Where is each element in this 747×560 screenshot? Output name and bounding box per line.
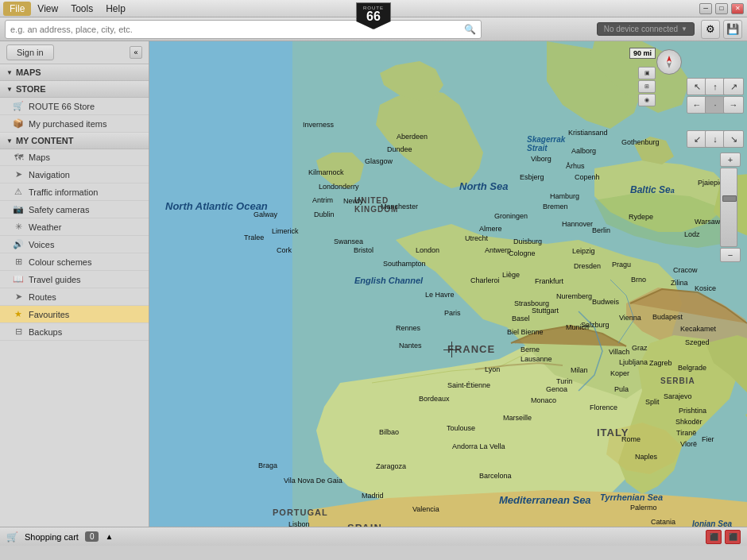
close-button[interactable]: ✕ <box>731 3 744 14</box>
nav-arrow-e[interactable]: → <box>723 96 744 114</box>
compass <box>656 49 682 75</box>
map-svg <box>149 41 747 527</box>
cart-count: 0 <box>85 531 99 542</box>
routes-icon: ➤ <box>13 292 24 302</box>
guide-icon: 📖 <box>13 274 24 284</box>
scale-bar: 90 mi <box>629 48 656 59</box>
maximize-button[interactable]: □ <box>715 3 728 14</box>
backups-icon: ⊟ <box>13 326 24 337</box>
package-icon: 📦 <box>13 118 24 129</box>
sidebar-item-voices[interactable]: 🔊 Voices <box>0 236 149 253</box>
device-status: No device connected ▼ <box>597 22 695 36</box>
navigation-icon: ➤ <box>13 169 24 180</box>
sidebar-item-colour-schemes[interactable]: ⊞ Colour schemes <box>0 253 149 271</box>
map-type-group: ▣ ⊞ ◉ <box>638 65 656 106</box>
sidebar-item-purchased[interactable]: 📦 My purchased items <box>0 115 149 133</box>
menu-file[interactable]: File <box>3 2 31 16</box>
bottom-icon-1[interactable]: ⬛ <box>706 530 722 544</box>
section-store[interactable]: ▼ STORE <box>0 81 149 98</box>
main-layout: Sign in « ▼ MAPS ▼ STORE 🛒 ROUTE 66 Stor… <box>0 41 747 527</box>
sidebar-item-weather[interactable]: ✳ Weather <box>0 218 149 236</box>
section-maps[interactable]: ▼ MAPS <box>0 64 149 81</box>
camera-icon: 📷 <box>13 204 24 214</box>
map-type-btn-1[interactable]: ▣ <box>638 67 656 79</box>
voices-icon: 🔊 <box>13 239 24 249</box>
cart-expand-icon[interactable]: ▲ <box>105 532 113 541</box>
svg-marker-1 <box>667 56 672 62</box>
search-bar[interactable]: 🔍 <box>5 20 482 39</box>
search-icon: 🔍 <box>464 24 476 35</box>
menu-view[interactable]: View <box>31 2 64 16</box>
app-logo: ROUTE 66 <box>350 0 397 32</box>
menu-help[interactable]: Help <box>99 2 132 16</box>
window-controls: ─ □ ✕ <box>698 3 744 14</box>
sidebar-item-navigation[interactable]: ➤ Navigation <box>0 166 149 183</box>
bottom-icon-2[interactable]: ⬛ <box>725 530 741 544</box>
sidebar-collapse-button[interactable]: « <box>130 46 142 59</box>
colour-icon: ⊞ <box>13 257 24 267</box>
sign-in-button[interactable]: Sign in <box>6 44 54 60</box>
menu-tools[interactable]: Tools <box>64 2 99 16</box>
map-container[interactable]: North Atlantic Ocean North Sea Baltic Se… <box>149 41 747 527</box>
zoom-slider[interactable] <box>720 168 737 247</box>
map-type-btn-2[interactable]: ⊞ <box>638 80 656 93</box>
traffic-icon: ⚠ <box>13 187 24 197</box>
sidebar-item-safety-cameras[interactable]: 📷 Safety cameras <box>0 201 149 218</box>
favourites-icon: ★ <box>13 309 24 319</box>
svg-marker-2 <box>667 62 672 68</box>
sidebar-item-favourites[interactable]: ★ Favourites <box>0 306 149 323</box>
menubar: File View Tools Help ROUTE 66 ─ □ ✕ <box>0 0 747 17</box>
nav-arrow-se[interactable]: ↘ <box>723 130 744 148</box>
shopping-cart-icon: 🛒 <box>6 531 18 543</box>
weather-icon: ✳ <box>13 222 24 232</box>
sidebar-item-travel-guides[interactable]: 📖 Travel guides <box>0 271 149 288</box>
save-button[interactable]: 💾 <box>723 20 742 39</box>
nav-arrows: ↖ ↑ ↗ ← · → <box>687 78 741 114</box>
zoom-in-button[interactable]: + <box>720 153 741 167</box>
map-type-btn-3[interactable]: ◉ <box>638 94 656 106</box>
logo-num: 66 <box>366 10 381 23</box>
settings-button[interactable]: ⚙ <box>701 20 720 39</box>
zoom-controls: + − <box>720 153 741 262</box>
bottom-bar: 🛒 Shopping cart 0 ▲ ⬛ ⬛ <box>0 527 747 546</box>
sidebar-item-backups[interactable]: ⊟ Backups <box>0 323 149 341</box>
zoom-handle[interactable] <box>722 195 737 202</box>
nav-arrows-bottom: ↙ ↓ ↘ <box>687 130 741 148</box>
sidebar-item-store[interactable]: 🛒 ROUTE 66 Store <box>0 98 149 115</box>
section-my-content[interactable]: ▼ MY CONTENT <box>0 133 149 149</box>
nav-arrow-ne[interactable]: ↗ <box>723 78 744 95</box>
sidebar-item-maps[interactable]: 🗺 Maps <box>0 149 149 166</box>
bottom-right-icons: ⬛ ⬛ <box>706 530 741 544</box>
sidebar-item-traffic[interactable]: ⚠ Traffic information <box>0 183 149 201</box>
cart-icon: 🛒 <box>13 101 24 111</box>
sidebar-item-routes[interactable]: ➤ Routes <box>0 288 149 306</box>
sidebar: Sign in « ▼ MAPS ▼ STORE 🛒 ROUTE 66 Stor… <box>0 41 149 527</box>
maps-icon: 🗺 <box>13 153 24 162</box>
minimize-button[interactable]: ─ <box>699 3 712 14</box>
shopping-cart-label: Shopping cart <box>25 532 79 542</box>
sidebar-header: Sign in « <box>0 41 149 64</box>
zoom-out-button[interactable]: − <box>720 248 741 262</box>
